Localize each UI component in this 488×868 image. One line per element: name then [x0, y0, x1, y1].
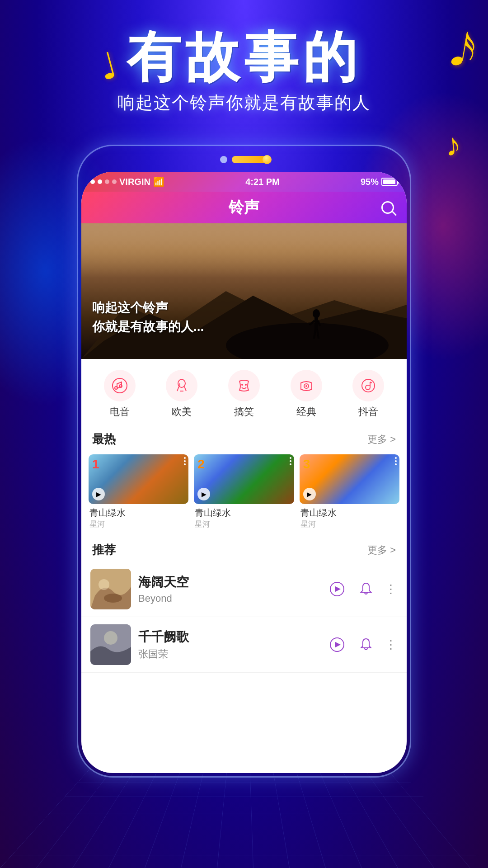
hot-track-3[interactable]: 3 ▶ 青山绿水 星河 [300, 454, 399, 529]
category-oumei[interactable]: 欧美 [166, 370, 197, 419]
gaoxiao-icon [236, 377, 252, 394]
gaoxiao-icon-wrap [228, 370, 260, 401]
phone-notch [220, 156, 268, 163]
rec-info-2: 千千阙歌 张国荣 [138, 628, 320, 661]
categories-row: 电音 欧美 [81, 359, 407, 426]
hot-track-2-info: 青山绿水 星河 [194, 504, 294, 529]
recommended-list: 海阔天空 Beyond [81, 561, 407, 673]
category-gaoxiao[interactable]: 搞笑 [228, 370, 260, 419]
hot-track-2-name: 青山绿水 [195, 507, 293, 519]
svg-point-10 [115, 387, 117, 389]
hot-track-1[interactable]: 1 ▶ 青山绿水 星河 [89, 454, 188, 529]
rec-bell-btn-2[interactable] [356, 635, 376, 655]
category-jingdian[interactable]: 经典 [291, 370, 322, 419]
hot-track-3-artist: 星河 [300, 519, 399, 529]
svg-point-19 [104, 594, 122, 603]
hot-rank-3: 3 [303, 457, 310, 472]
battery-icon [381, 178, 398, 186]
rec-actions-2: ⋮ [327, 635, 398, 655]
rec-section-header: 推荐 更多 > [81, 537, 407, 561]
svg-point-15 [305, 385, 307, 387]
notch-bar [232, 156, 268, 163]
rec-section-more[interactable]: 更多 > [367, 543, 396, 557]
rec-play-btn-1[interactable] [327, 579, 347, 599]
hero-banner: 响起这个铃声 你就是有故事的人... [81, 223, 407, 359]
dianyin-label: 电音 [110, 405, 130, 419]
rec-info-1: 海阔天空 Beyond [138, 574, 320, 604]
notch-bar-dot [263, 155, 272, 164]
category-douyin[interactable]: 抖音 [352, 370, 384, 419]
search-button[interactable] [380, 199, 396, 216]
svg-point-18 [99, 579, 109, 590]
hot-track-1-dots [184, 457, 186, 465]
rec-actions-1: ⋮ [327, 579, 398, 599]
battery-fill [383, 179, 395, 184]
hero-line1: 响起这个铃声 [92, 298, 204, 317]
gaoxiao-label: 搞笑 [234, 405, 254, 419]
hot-track-2[interactable]: 2 ▶ 青山绿水 星河 [194, 454, 294, 529]
hot-track-1-thumb: 1 ▶ [89, 454, 188, 504]
rec-thumb-2 [90, 624, 131, 665]
rec-artist-1: Beyond [138, 593, 320, 604]
status-left: VIRGIN 📶 [90, 176, 164, 187]
hot-track-3-dots [395, 457, 397, 465]
hot-track-1-artist: 星河 [89, 519, 188, 529]
oumei-icon [174, 377, 190, 394]
status-right: 95% [361, 177, 398, 187]
rec-item-2[interactable]: 千千阙歌 张国荣 [81, 617, 407, 673]
rec-artist-2: 张国荣 [138, 647, 320, 661]
signal-dot-1 [90, 179, 95, 184]
hot-track-1-play[interactable]: ▶ [92, 488, 105, 500]
douyin-icon [360, 377, 376, 394]
dianyin-icon [112, 377, 128, 394]
rec-name-1: 海阔天空 [138, 574, 320, 591]
hero-text: 响起这个铃声 你就是有故事的人... [92, 298, 204, 336]
hot-rank-2: 2 [197, 457, 205, 472]
hot-track-2-thumb: 2 ▶ [194, 454, 294, 504]
svg-point-11 [119, 385, 122, 387]
hot-track-3-info: 青山绿水 星河 [300, 504, 399, 529]
dianyin-icon-wrap [104, 370, 136, 401]
hot-track-3-play[interactable]: ▶ [303, 488, 316, 500]
app-nav-bar: 铃声 [81, 192, 407, 223]
hot-track-3-thumb: 3 ▶ [300, 454, 399, 504]
hot-track-1-name: 青山绿水 [89, 507, 188, 519]
rec-thumb-1-art [90, 569, 131, 609]
category-dianyin[interactable]: 电音 [104, 370, 136, 419]
jingdian-icon-wrap [291, 370, 322, 401]
hero-line2: 你就是有故事的人... [92, 317, 204, 336]
oumei-icon-wrap [166, 370, 197, 401]
svg-point-12 [241, 384, 243, 386]
rec-more-btn-1[interactable]: ⋮ [385, 582, 398, 596]
hot-track-2-play[interactable]: ▶ [197, 488, 210, 500]
rec-section-title: 推荐 [92, 542, 116, 558]
douyin-icon-wrap [352, 370, 384, 401]
rec-bell-btn-1[interactable] [356, 579, 376, 599]
search-handle [392, 211, 397, 216]
signal-dot-3 [105, 179, 109, 184]
status-bar: VIRGIN 📶 4:21 PM 95% [81, 172, 407, 192]
main-title: 有故事的 [0, 27, 488, 87]
hot-tracks-grid: 1 ▶ 青山绿水 星河 2 [81, 451, 407, 537]
douyin-label: 抖音 [358, 405, 378, 419]
play-circle-icon-1 [329, 581, 345, 597]
header-area: 有故事的 响起这个铃声你就是有故事的人 [0, 0, 488, 114]
rec-play-btn-2[interactable] [327, 635, 347, 655]
signal-dot-4 [112, 179, 117, 184]
jingdian-icon [298, 377, 314, 394]
battery-pct-label: 95% [361, 177, 379, 187]
hot-section-more[interactable]: 更多 > [367, 433, 396, 446]
svg-marker-25 [335, 642, 341, 647]
rec-item-1[interactable]: 海阔天空 Beyond [81, 561, 407, 617]
oumei-label: 欧美 [172, 405, 192, 419]
app-title: 铃声 [229, 197, 259, 218]
rec-more-btn-2[interactable]: ⋮ [385, 638, 398, 652]
rec-name-2: 千千阙歌 [138, 628, 320, 646]
bell-icon-2 [358, 637, 374, 652]
time-display: 4:21 PM [245, 177, 280, 187]
hot-track-2-artist: 星河 [195, 519, 293, 529]
wifi-icon: 📶 [153, 176, 164, 187]
hot-section-header: 最热 更多 > [81, 426, 407, 451]
svg-rect-4 [314, 318, 318, 330]
hot-track-2-dots [290, 457, 291, 465]
